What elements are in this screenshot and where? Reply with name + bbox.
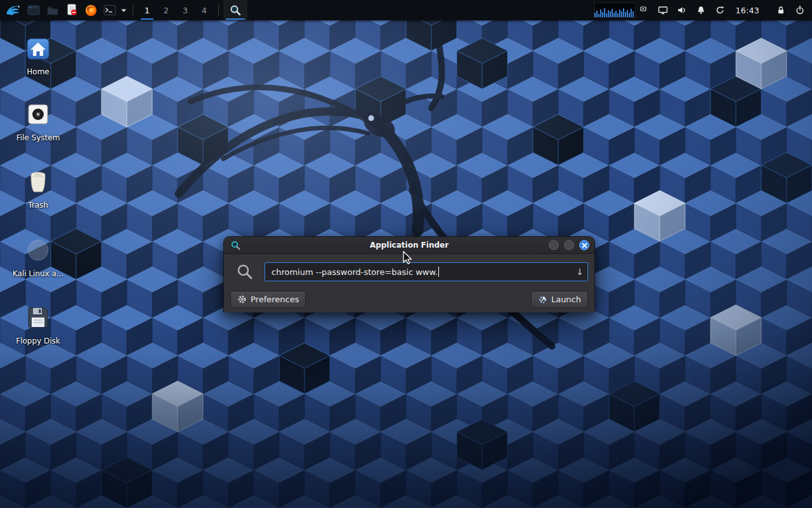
dropdown-arrow-icon[interactable]: ↓ xyxy=(571,267,584,277)
launcher-text-editor[interactable] xyxy=(62,0,81,20)
titlebar[interactable]: Application Finder xyxy=(224,237,594,254)
desktop-icon-label: Kali Linux a... xyxy=(13,269,63,278)
floppy-disk-icon xyxy=(23,302,53,333)
lock-icon xyxy=(776,5,786,15)
launcher-terminal[interactable] xyxy=(100,0,119,20)
file-system-drive-icon xyxy=(23,99,53,130)
text-caret xyxy=(438,267,439,277)
search-icon xyxy=(237,264,253,280)
application-finder-icon xyxy=(230,4,241,16)
launcher-firefox[interactable] xyxy=(81,0,100,20)
minimize-button[interactable] xyxy=(549,240,559,250)
command-input[interactable]: chromium --password-store=basic www. ↓ xyxy=(265,262,588,281)
applications-menu-button[interactable] xyxy=(3,0,24,20)
desktop-icon-floppy-disk[interactable]: Floppy Disk xyxy=(11,302,65,345)
preferences-button[interactable]: Preferences xyxy=(230,291,306,308)
trash-empty-icon xyxy=(23,166,53,197)
desktop-icon-label: Floppy Disk xyxy=(16,337,60,345)
desktop-icon-kali-docs[interactable]: Kali Linux a... xyxy=(11,235,65,278)
workspace-switcher: 1 2 3 4 xyxy=(138,0,214,20)
desktop-icon-trash[interactable]: Trash xyxy=(11,166,65,210)
close-icon xyxy=(582,243,587,248)
clock[interactable]: 16:43 xyxy=(730,6,765,15)
power-icon xyxy=(795,5,805,15)
launch-icon xyxy=(538,295,547,304)
top-panel: 1 2 3 4 xyxy=(0,0,812,20)
gear-icon xyxy=(237,295,247,304)
file-manager-window-icon xyxy=(27,4,40,17)
updates-button[interactable] xyxy=(710,0,730,20)
desktop-icon-label: Trash xyxy=(28,201,48,210)
desktop-icon-file-system[interactable]: File System xyxy=(11,99,65,142)
home-folder-icon xyxy=(23,33,53,64)
taskbar-application-finder[interactable] xyxy=(223,0,247,20)
chevron-down-icon xyxy=(121,8,127,13)
panel-indicator xyxy=(639,4,647,17)
bell-icon xyxy=(696,5,706,15)
dark-folder-icon xyxy=(46,4,59,17)
cpu-graph-bars-icon xyxy=(594,3,635,17)
launcher-files-dark[interactable] xyxy=(43,0,62,20)
power-button[interactable] xyxy=(790,0,809,20)
launch-button-label: Launch xyxy=(551,295,581,304)
close-button[interactable] xyxy=(579,240,589,250)
preferences-button-label: Preferences xyxy=(251,295,299,304)
refresh-icon xyxy=(715,5,725,15)
terminal-profile-dropdown[interactable] xyxy=(119,0,128,20)
notifications-button[interactable] xyxy=(691,0,710,20)
launch-button[interactable]: Launch xyxy=(531,291,588,308)
indicator-icon xyxy=(639,4,647,14)
text-editor-icon xyxy=(65,4,78,17)
application-finder-icon xyxy=(231,241,240,250)
panel-separator xyxy=(133,4,133,16)
command-input-value: chromium --password-store=basic www. xyxy=(272,267,438,277)
kali-docs-faded-icon xyxy=(23,235,53,265)
terminal-icon xyxy=(103,4,116,17)
workspace-1[interactable]: 1 xyxy=(138,0,157,20)
display-settings-button[interactable] xyxy=(653,0,672,20)
desktop-icon-label: Home xyxy=(27,67,49,76)
maximize-button[interactable] xyxy=(564,240,574,250)
screen-lock-button[interactable] xyxy=(771,0,790,20)
workspace-3[interactable]: 3 xyxy=(176,0,195,20)
volume-icon xyxy=(677,5,687,15)
kali-logo-icon xyxy=(5,2,22,18)
application-finder-window: Application Finder chromium --password-s… xyxy=(223,236,595,312)
cpu-graph[interactable] xyxy=(594,3,636,18)
workspace-2[interactable]: 2 xyxy=(157,0,176,20)
volume-button[interactable] xyxy=(672,0,691,20)
desktop-icon-label: File System xyxy=(16,133,60,142)
firefox-icon xyxy=(84,4,98,17)
workspace-4[interactable]: 4 xyxy=(195,0,214,20)
panel-separator xyxy=(218,4,219,16)
display-icon xyxy=(658,5,668,15)
launcher-file-manager[interactable] xyxy=(24,0,43,20)
window-title: Application Finder xyxy=(224,241,594,250)
desktop-icon-home[interactable]: Home xyxy=(11,33,65,76)
